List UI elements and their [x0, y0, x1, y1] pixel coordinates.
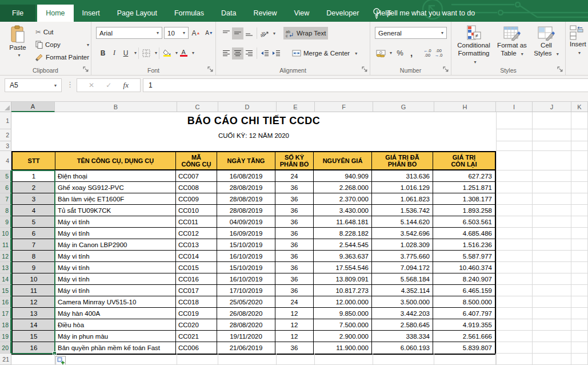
empty-cell[interactable] — [496, 182, 533, 193]
table-cell[interactable]: Bàn làm việc ET1600F — [55, 193, 176, 205]
table-cell[interactable]: 8 — [13, 251, 55, 262]
table-cell[interactable]: CC006 — [176, 342, 217, 354]
empty-cell[interactable] — [496, 151, 533, 170]
empty-cell[interactable] — [496, 319, 533, 331]
empty-cell[interactable] — [496, 141, 533, 151]
empty-cell[interactable] — [571, 182, 588, 193]
empty-cell[interactable] — [496, 342, 533, 354]
table-cell[interactable]: 1.308.177 — [433, 193, 495, 205]
cell-styles-button[interactable]: CellStyles ▾ — [530, 25, 562, 58]
table-cell[interactable]: 5.144.620 — [372, 216, 433, 228]
table-cell[interactable]: 12.000.000 — [314, 296, 372, 308]
empty-cell[interactable] — [177, 354, 218, 365]
table-cell[interactable]: 26/08/2020 — [217, 308, 275, 319]
table-cell[interactable]: CC017 — [176, 285, 217, 296]
empty-cell[interactable] — [533, 273, 571, 285]
row-header-14[interactable]: 14 — [0, 273, 11, 285]
table-cell[interactable]: 16/09/2019 — [217, 228, 275, 239]
table-header-cell[interactable]: STT — [13, 152, 55, 170]
table-cell[interactable]: 36 — [275, 285, 314, 296]
underline-button[interactable]: U — [120, 47, 131, 59]
table-cell[interactable]: CC007 — [176, 170, 217, 182]
table-cell[interactable]: 04/09/2019 — [217, 216, 275, 228]
row-header-5[interactable]: 5 — [0, 170, 11, 182]
table-cell[interactable]: 6.465.159 — [433, 285, 495, 296]
empty-cell[interactable] — [496, 193, 533, 205]
table-cell[interactable]: 8.500.000 — [433, 296, 495, 308]
table-cell[interactable]: Điều hòa — [55, 319, 176, 331]
formula-bar-splitter[interactable]: ⋮ — [66, 80, 74, 89]
empty-cell[interactable] — [496, 273, 533, 285]
row-header-18[interactable]: 18 — [0, 319, 11, 331]
comma-style-button[interactable]: , — [406, 47, 417, 59]
increase-decimal-button[interactable]: ←←.0.0.00 — [422, 47, 433, 59]
empty-cell[interactable] — [277, 354, 315, 365]
tab-view[interactable]: View — [285, 5, 318, 22]
number-format-combo[interactable]: General▾ — [375, 27, 447, 39]
empty-cell[interactable] — [571, 354, 588, 365]
shrink-font-button[interactable]: A▼ — [203, 27, 215, 39]
empty-cell[interactable] — [496, 112, 533, 129]
table-cell[interactable]: CC014 — [176, 251, 217, 262]
table-cell[interactable]: 12 — [275, 319, 314, 331]
formula-input[interactable]: 1 — [143, 78, 588, 92]
row-header-11[interactable]: 11 — [0, 239, 11, 251]
table-cell[interactable]: 10 — [13, 273, 55, 285]
table-cell[interactable]: 338.334 — [372, 331, 433, 342]
table-cell[interactable]: 2.580.645 — [372, 319, 433, 331]
table-cell[interactable]: CC016 — [176, 273, 217, 285]
table-cell[interactable]: 28/08/2019 — [217, 193, 275, 205]
table-cell[interactable]: 15 — [13, 331, 55, 342]
table-cell[interactable]: 627.273 — [433, 170, 495, 182]
table-cell[interactable]: Máy in Canon LBP2900 — [55, 239, 176, 251]
insert-function-icon[interactable]: fx — [123, 81, 129, 90]
select-all-corner[interactable] — [0, 102, 11, 112]
row-header-21[interactable]: 21 — [0, 354, 11, 365]
table-cell[interactable]: 940.909 — [314, 170, 372, 182]
row-header-13[interactable]: 13 — [0, 262, 11, 273]
italic-button[interactable]: I — [109, 47, 120, 59]
table-cell[interactable]: 3.442.203 — [372, 308, 433, 319]
decrease-decimal-button[interactable]: .00→.0→.0 — [433, 47, 445, 59]
empty-cell[interactable] — [571, 228, 588, 239]
table-cell[interactable]: 36 — [275, 342, 314, 354]
empty-cell[interactable] — [571, 170, 588, 182]
table-header-cell[interactable]: GIÁ TRỊ CÒN LẠI — [433, 152, 495, 170]
empty-cell[interactable] — [533, 239, 571, 251]
table-cell[interactable]: 36 — [275, 262, 314, 273]
empty-cell[interactable] — [571, 141, 588, 151]
table-cell[interactable]: CC009 — [176, 193, 217, 205]
decrease-indent-button[interactable] — [259, 47, 270, 59]
row-header-20[interactable]: 20 — [0, 342, 11, 354]
empty-cell[interactable] — [533, 354, 571, 365]
table-cell[interactable]: 10.817.273 — [314, 285, 372, 296]
align-center-button[interactable] — [232, 47, 243, 59]
tab-file[interactable]: File — [0, 5, 35, 22]
table-cell[interactable]: 1.251.871 — [433, 182, 495, 193]
paste-button[interactable]: Paste ▾ — [5, 25, 30, 59]
table-cell[interactable]: 13.809.091 — [314, 273, 372, 285]
empty-cell[interactable] — [496, 262, 533, 273]
column-header-h[interactable]: H — [434, 102, 496, 112]
empty-cell[interactable] — [315, 354, 373, 365]
column-header-e[interactable]: E — [277, 102, 315, 112]
font-dialog-launcher[interactable] — [207, 66, 214, 73]
row-header-7[interactable]: 7 — [0, 193, 11, 205]
empty-cell[interactable] — [496, 285, 533, 296]
empty-cell[interactable] — [571, 239, 588, 251]
table-cell[interactable]: 1.516.236 — [433, 239, 495, 251]
table-cell[interactable]: 11.648.181 — [314, 216, 372, 228]
row-header-10[interactable]: 10 — [0, 228, 11, 239]
table-cell[interactable]: 313.636 — [372, 170, 433, 182]
tell-me-box[interactable]: Tell me what you want to do — [373, 5, 475, 22]
empty-cell[interactable] — [533, 331, 571, 342]
empty-cell[interactable] — [496, 129, 533, 141]
table-cell[interactable]: CC011 — [176, 216, 217, 228]
table-cell[interactable]: 17.554.546 — [314, 262, 372, 273]
table-cell[interactable]: 11.900.000 — [314, 342, 372, 354]
column-header-b[interactable]: B — [55, 102, 177, 112]
table-cell[interactable]: Máy hàn 400A — [55, 308, 176, 319]
row-header-1[interactable]: 1 — [0, 112, 11, 129]
empty-cell[interactable] — [533, 112, 571, 129]
table-cell[interactable]: 36 — [275, 228, 314, 239]
